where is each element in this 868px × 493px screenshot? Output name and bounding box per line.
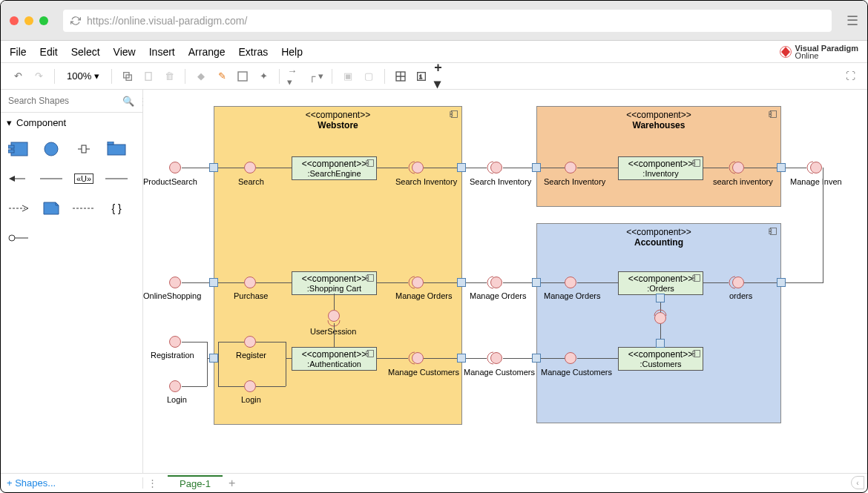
canvas[interactable]: <<component>>Webstore <<component>>Wareh… bbox=[143, 90, 867, 473]
shape-port[interactable] bbox=[69, 136, 99, 162]
shape-component[interactable] bbox=[4, 136, 33, 162]
ball-register[interactable] bbox=[244, 336, 256, 348]
port[interactable] bbox=[457, 163, 466, 172]
add-icon[interactable]: + ▾ bbox=[434, 68, 450, 85]
shape-note[interactable] bbox=[36, 195, 66, 222]
shapes-button[interactable]: + Shapes... bbox=[1, 477, 143, 489]
rect-icon[interactable] bbox=[234, 68, 251, 85]
shape-provide[interactable] bbox=[4, 165, 33, 192]
ball-mc1[interactable] bbox=[412, 352, 424, 364]
search-input[interactable] bbox=[5, 93, 122, 109]
menu-view[interactable]: View bbox=[114, 46, 136, 58]
toolbar: ↶ ↷ 100% ▾ 🗑 ◆ ✎ ✦ → ▾ ┌ ▾ ▣ ▢ 1 + ▾ ⛶ bbox=[1, 63, 867, 90]
ball-login[interactable] bbox=[169, 380, 181, 392]
fit-icon[interactable] bbox=[392, 68, 409, 85]
comp-shopping-cart[interactable]: <<component>>:Shopping Cart bbox=[292, 271, 377, 295]
redo-button[interactable]: ↷ bbox=[30, 68, 47, 85]
ball-purchase[interactable] bbox=[244, 277, 256, 288]
port[interactable] bbox=[532, 354, 541, 363]
ball-si2[interactable] bbox=[490, 162, 502, 173]
port[interactable] bbox=[532, 278, 541, 287]
shape-line2[interactable] bbox=[102, 165, 131, 192]
shape-dashed[interactable] bbox=[69, 195, 99, 222]
search-icon[interactable]: 🔍 bbox=[122, 96, 134, 107]
port[interactable] bbox=[209, 354, 218, 363]
ball-mo2[interactable] bbox=[490, 277, 502, 288]
menu-edit[interactable]: Edit bbox=[40, 46, 58, 58]
shape-interface[interactable] bbox=[36, 136, 66, 162]
menu-help[interactable]: Help bbox=[281, 46, 303, 58]
shape-dependency[interactable] bbox=[4, 195, 33, 222]
reload-icon[interactable] bbox=[70, 16, 81, 26]
delete-icon[interactable]: 🗑 bbox=[161, 68, 177, 85]
palette-header[interactable]: ▾ Component bbox=[1, 113, 142, 133]
menu-insert[interactable]: Insert bbox=[149, 46, 175, 58]
shape-assembly[interactable] bbox=[36, 165, 66, 192]
menu-arrange[interactable]: Arrange bbox=[188, 46, 226, 58]
ball-mc3[interactable] bbox=[565, 352, 576, 364]
ball-si4[interactable] bbox=[732, 162, 744, 173]
minimize-window[interactable] bbox=[24, 16, 33, 25]
maximize-window[interactable] bbox=[39, 16, 48, 25]
port[interactable] bbox=[777, 278, 786, 287]
comp-customers[interactable]: <<component>>:Customers bbox=[618, 347, 703, 371]
add-page-button[interactable]: + bbox=[228, 477, 235, 490]
port[interactable] bbox=[656, 339, 665, 348]
connector-icon[interactable]: → ▾ bbox=[287, 68, 303, 85]
ball-o[interactable] bbox=[732, 277, 744, 288]
fullscreen-icon[interactable]: ⛶ bbox=[842, 68, 858, 85]
bring-front-icon[interactable]: ▣ bbox=[340, 68, 356, 85]
ball-online-shopping[interactable] bbox=[169, 277, 181, 288]
svg-rect-37 bbox=[366, 164, 369, 165]
ball-registration[interactable] bbox=[169, 336, 181, 348]
zoom-selector[interactable]: 100% ▾ bbox=[67, 70, 99, 82]
close-window[interactable] bbox=[10, 16, 19, 25]
url-bar[interactable]: https://online.visual-paradigm.com/ bbox=[63, 10, 832, 32]
comp-search-engine[interactable]: <<component>>:SearchEngine bbox=[292, 156, 377, 180]
ball-mo1[interactable] bbox=[412, 277, 424, 288]
ball-search[interactable] bbox=[244, 162, 256, 173]
page-menu-icon[interactable]: ⋮ bbox=[143, 477, 162, 489]
container-webstore[interactable]: <<component>>Webstore bbox=[214, 106, 462, 425]
ball-si3[interactable] bbox=[565, 162, 576, 173]
svg-rect-16 bbox=[108, 145, 125, 155]
menu-extras[interactable]: Extras bbox=[239, 46, 269, 58]
port[interactable] bbox=[532, 163, 541, 172]
port[interactable] bbox=[777, 163, 786, 172]
port[interactable] bbox=[209, 278, 218, 287]
waypoint-icon[interactable]: ┌ ▾ bbox=[308, 68, 324, 85]
ball-login2[interactable] bbox=[244, 380, 256, 392]
port[interactable] bbox=[457, 354, 466, 363]
hamburger-icon[interactable]: ☰ bbox=[846, 13, 858, 29]
ball-si1[interactable] bbox=[412, 162, 424, 173]
component-icon bbox=[450, 110, 458, 119]
page-tab-1[interactable]: Page-1 bbox=[168, 475, 223, 491]
component-icon bbox=[769, 227, 777, 236]
comp-inventory[interactable]: <<component>>:Inventory bbox=[618, 156, 703, 180]
menu-select[interactable]: Select bbox=[71, 46, 100, 58]
comp-authentication[interactable]: <<component>>:Authentication bbox=[292, 347, 377, 371]
shape-package[interactable] bbox=[102, 136, 131, 162]
copy-icon[interactable] bbox=[119, 68, 136, 85]
comp-orders[interactable]: <<component>>:Orders bbox=[618, 271, 703, 295]
send-back-icon[interactable]: ▢ bbox=[361, 68, 377, 85]
expand-handle[interactable]: ‹ bbox=[851, 476, 864, 489]
ball-oc[interactable] bbox=[654, 312, 666, 324]
menu-file[interactable]: File bbox=[10, 46, 27, 58]
ball-product-search[interactable] bbox=[169, 162, 181, 173]
ball-mo3[interactable] bbox=[565, 277, 576, 288]
port[interactable] bbox=[209, 163, 218, 172]
port[interactable] bbox=[457, 278, 466, 287]
shape-lollipop[interactable] bbox=[4, 225, 33, 251]
port[interactable] bbox=[656, 294, 665, 302]
ball-mi[interactable] bbox=[810, 162, 822, 173]
fill-icon[interactable]: ◆ bbox=[193, 68, 209, 85]
undo-button[interactable]: ↶ bbox=[10, 68, 26, 85]
ball-mc2[interactable] bbox=[490, 352, 502, 364]
actual-size-icon[interactable]: 1 bbox=[413, 68, 430, 85]
paste-icon[interactable] bbox=[140, 68, 157, 85]
format-painter-icon[interactable]: ✦ bbox=[255, 68, 272, 85]
shape-usage[interactable]: «U» bbox=[69, 165, 99, 192]
pencil-icon[interactable]: ✎ bbox=[214, 68, 230, 85]
shape-constraint[interactable]: { } bbox=[102, 195, 131, 222]
